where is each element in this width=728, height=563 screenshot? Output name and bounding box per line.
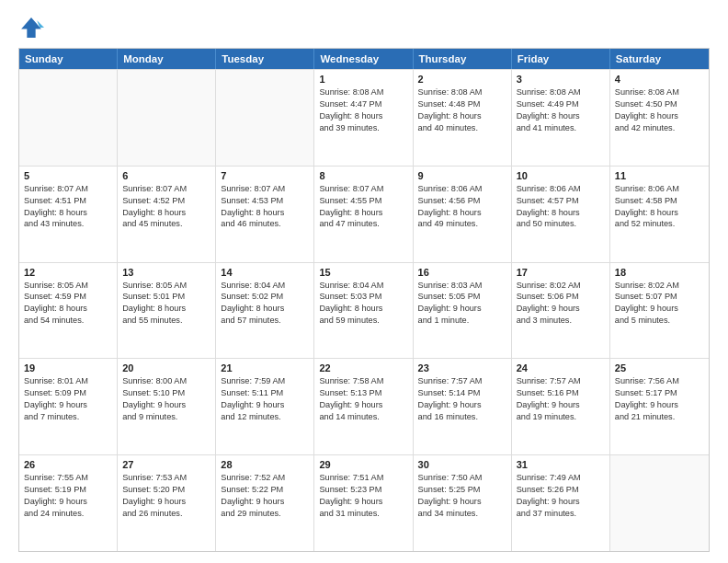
daylight-minutes-text: and 3 minutes. bbox=[517, 315, 605, 327]
day-number: 3 bbox=[517, 74, 605, 85]
daylight-hours-text: Daylight: 9 hours bbox=[418, 496, 506, 508]
table-row: 20Sunrise: 8:00 AMSunset: 5:10 PMDayligh… bbox=[118, 359, 216, 454]
daylight-minutes-text: and 55 minutes. bbox=[122, 315, 210, 327]
table-row: 18Sunrise: 8:02 AMSunset: 5:07 PMDayligh… bbox=[610, 263, 709, 359]
sunrise-text: Sunrise: 8:07 AM bbox=[221, 183, 309, 195]
calendar: SundayMondayTuesdayWednesdayThursdayFrid… bbox=[18, 48, 710, 552]
sunset-text: Sunset: 5:13 PM bbox=[319, 387, 407, 399]
table-row: 31Sunrise: 7:49 AMSunset: 5:26 PMDayligh… bbox=[512, 455, 610, 551]
table-row bbox=[118, 70, 216, 166]
day-number: 16 bbox=[418, 267, 506, 278]
sunrise-text: Sunrise: 8:08 AM bbox=[418, 86, 506, 98]
day-number: 17 bbox=[517, 267, 605, 278]
day-number: 4 bbox=[615, 74, 704, 85]
day-number: 19 bbox=[24, 362, 112, 373]
calendar-body: 1Sunrise: 8:08 AMSunset: 4:47 PMDaylight… bbox=[19, 69, 709, 551]
sunset-text: Sunset: 4:49 PM bbox=[517, 98, 605, 110]
sunset-text: Sunset: 5:17 PM bbox=[615, 387, 704, 399]
week-row-3: 19Sunrise: 8:01 AMSunset: 5:09 PMDayligh… bbox=[19, 358, 709, 454]
daylight-minutes-text: and 46 minutes. bbox=[221, 218, 309, 230]
day-number: 8 bbox=[319, 170, 407, 181]
day-number: 18 bbox=[615, 267, 704, 278]
sunrise-text: Sunrise: 7:58 AM bbox=[319, 375, 407, 387]
sunset-text: Sunset: 5:23 PM bbox=[319, 484, 407, 496]
day-number: 20 bbox=[122, 362, 210, 373]
day-number: 24 bbox=[517, 362, 605, 373]
day-number: 30 bbox=[418, 459, 506, 470]
header-day-monday: Monday bbox=[118, 49, 216, 69]
table-row: 30Sunrise: 7:50 AMSunset: 5:25 PMDayligh… bbox=[414, 455, 512, 551]
daylight-minutes-text: and 45 minutes. bbox=[122, 218, 210, 230]
daylight-hours-text: Daylight: 9 hours bbox=[517, 496, 605, 508]
svg-marker-0 bbox=[21, 17, 41, 38]
table-row: 14Sunrise: 8:04 AMSunset: 5:02 PMDayligh… bbox=[216, 263, 314, 359]
table-row: 8Sunrise: 8:07 AMSunset: 4:55 PMDaylight… bbox=[314, 167, 413, 262]
table-row: 3Sunrise: 8:08 AMSunset: 4:49 PMDaylight… bbox=[512, 70, 610, 166]
table-row: 25Sunrise: 7:56 AMSunset: 5:17 PMDayligh… bbox=[610, 359, 709, 454]
table-row: 12Sunrise: 8:05 AMSunset: 4:59 PMDayligh… bbox=[19, 263, 118, 359]
daylight-minutes-text: and 19 minutes. bbox=[517, 411, 605, 423]
sunset-text: Sunset: 5:09 PM bbox=[24, 387, 112, 399]
table-row bbox=[610, 455, 709, 551]
daylight-minutes-text: and 40 minutes. bbox=[418, 122, 506, 134]
sunrise-text: Sunrise: 8:06 AM bbox=[615, 183, 704, 195]
logo bbox=[18, 15, 48, 40]
daylight-minutes-text: and 59 minutes. bbox=[319, 315, 407, 327]
sunset-text: Sunset: 5:02 PM bbox=[221, 291, 309, 303]
day-number: 15 bbox=[319, 267, 407, 278]
sunset-text: Sunset: 4:55 PM bbox=[319, 195, 407, 207]
daylight-hours-text: Daylight: 9 hours bbox=[418, 399, 506, 411]
sunset-text: Sunset: 5:05 PM bbox=[418, 291, 506, 303]
daylight-minutes-text: and 50 minutes. bbox=[517, 218, 605, 230]
sunset-text: Sunset: 5:01 PM bbox=[122, 291, 210, 303]
sunrise-text: Sunrise: 8:07 AM bbox=[122, 183, 210, 195]
sunrise-text: Sunrise: 8:04 AM bbox=[319, 280, 407, 292]
daylight-hours-text: Daylight: 8 hours bbox=[24, 207, 112, 219]
table-row: 15Sunrise: 8:04 AMSunset: 5:03 PMDayligh… bbox=[314, 263, 413, 359]
daylight-hours-text: Daylight: 9 hours bbox=[615, 303, 704, 315]
header-day-saturday: Saturday bbox=[610, 49, 709, 69]
sunset-text: Sunset: 5:10 PM bbox=[122, 387, 210, 399]
daylight-hours-text: Daylight: 8 hours bbox=[319, 303, 407, 315]
daylight-hours-text: Daylight: 8 hours bbox=[517, 110, 605, 122]
daylight-hours-text: Daylight: 8 hours bbox=[221, 303, 309, 315]
header-day-wednesday: Wednesday bbox=[314, 49, 413, 69]
table-row: 23Sunrise: 7:57 AMSunset: 5:14 PMDayligh… bbox=[414, 359, 512, 454]
daylight-hours-text: Daylight: 9 hours bbox=[418, 303, 506, 315]
sunset-text: Sunset: 5:22 PM bbox=[221, 484, 309, 496]
daylight-minutes-text: and 57 minutes. bbox=[221, 315, 309, 327]
sunrise-text: Sunrise: 8:05 AM bbox=[24, 280, 112, 292]
week-row-0: 1Sunrise: 8:08 AMSunset: 4:47 PMDaylight… bbox=[19, 69, 709, 166]
table-row: 22Sunrise: 7:58 AMSunset: 5:13 PMDayligh… bbox=[314, 359, 413, 454]
sunset-text: Sunset: 5:07 PM bbox=[615, 291, 704, 303]
sunset-text: Sunset: 4:47 PM bbox=[319, 98, 407, 110]
daylight-minutes-text: and 14 minutes. bbox=[319, 411, 407, 423]
table-row: 7Sunrise: 8:07 AMSunset: 4:53 PMDaylight… bbox=[216, 167, 314, 262]
sunset-text: Sunset: 4:51 PM bbox=[24, 195, 112, 207]
daylight-hours-text: Daylight: 9 hours bbox=[319, 399, 407, 411]
sunset-text: Sunset: 4:53 PM bbox=[221, 195, 309, 207]
week-row-1: 5Sunrise: 8:07 AMSunset: 4:51 PMDaylight… bbox=[19, 166, 709, 262]
sunrise-text: Sunrise: 8:08 AM bbox=[615, 86, 704, 98]
day-number: 2 bbox=[418, 74, 506, 85]
daylight-minutes-text: and 54 minutes. bbox=[24, 315, 112, 327]
sunrise-text: Sunrise: 7:56 AM bbox=[615, 375, 704, 387]
daylight-minutes-text: and 52 minutes. bbox=[615, 218, 704, 230]
daylight-minutes-text: and 47 minutes. bbox=[319, 218, 407, 230]
table-row: 17Sunrise: 8:02 AMSunset: 5:06 PMDayligh… bbox=[512, 263, 610, 359]
sunrise-text: Sunrise: 8:07 AM bbox=[24, 183, 112, 195]
day-number: 1 bbox=[319, 74, 407, 85]
header bbox=[18, 15, 710, 40]
daylight-hours-text: Daylight: 8 hours bbox=[418, 110, 506, 122]
table-row: 1Sunrise: 8:08 AMSunset: 4:47 PMDaylight… bbox=[314, 70, 413, 166]
daylight-hours-text: Daylight: 9 hours bbox=[319, 496, 407, 508]
daylight-minutes-text: and 31 minutes. bbox=[319, 508, 407, 520]
table-row: 13Sunrise: 8:05 AMSunset: 5:01 PMDayligh… bbox=[118, 263, 216, 359]
day-number: 7 bbox=[221, 170, 309, 181]
day-number: 22 bbox=[319, 362, 407, 373]
sunset-text: Sunset: 4:57 PM bbox=[517, 195, 605, 207]
day-number: 13 bbox=[122, 267, 210, 278]
daylight-hours-text: Daylight: 8 hours bbox=[122, 207, 210, 219]
sunset-text: Sunset: 5:26 PM bbox=[517, 484, 605, 496]
daylight-minutes-text: and 42 minutes. bbox=[615, 122, 704, 134]
